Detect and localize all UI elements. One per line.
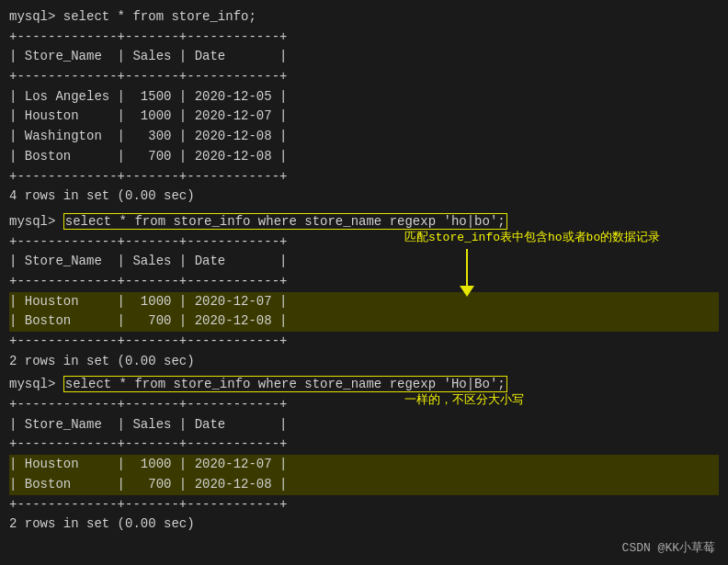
block2-annotation: 匹配store_info表中包含ho或者bo的数据记录 [404,229,660,245]
block3-row-0: | Houston | 1000 | 2020-12-07 | [9,455,719,475]
block2-sql: select * from store_info where store_nam… [63,213,507,230]
block1-prompt: mysql> select * from store_info; [9,7,719,28]
block3-prompt: mysql> [9,377,63,391]
block3-sql: select * from store_info where store_nam… [63,376,507,392]
block2-footer: 2 rows in set (0.00 sec) [9,352,719,372]
block1-row-1: | Houston | 1000 | 2020-12-07 | [9,107,719,127]
csdn-tag: CSDN @KK小草莓 [622,539,715,556]
block3-sep-top: +-------------+-------+------------+ [9,395,719,415]
terminal: mysql> select * from store_info; +------… [0,0,728,565]
block2-prompt: mysql> [9,214,63,229]
block1-row-0: | Los Angeles | 1500 | 2020-12-05 | [9,87,719,107]
block1-sep-top: +-------------+-------+------------+ [9,28,719,48]
block3-row-1: | Boston | 700 | 2020-12-08 | [9,475,719,495]
block2: mysql> select * from store_info where st… [9,212,719,372]
block1-row-3: | Boston | 700 | 2020-12-08 | [9,147,719,167]
block3: mysql> select * from store_info where st… [9,375,719,535]
block3-header: | Store_Name | Sales | Date | [9,415,719,435]
block3-sep-bot: +-------------+-------+------------+ [9,495,719,515]
block2-annotation-group: 匹配store_info表中包含ho或者bo的数据记录 [404,229,660,297]
block1: mysql> select * from store_info; +------… [9,7,719,207]
block3-footer: 2 rows in set (0.00 sec) [9,514,719,535]
block3-annotation: 一样的，不区分大小写 [404,393,524,407]
block3-annotation-group: 一样的，不区分大小写 [404,391,524,408]
arrow-head [460,286,474,297]
block1-row-2: | Washington | 300 | 2020-12-08 | [9,127,719,147]
block3-sep-mid: +-------------+-------+------------+ [9,435,719,455]
block2-sep-bot: +-------------+-------+------------+ [9,332,719,352]
arrow-group [460,249,474,297]
block1-sep-mid: +-------------+-------+------------+ [9,67,719,87]
block1-header: | Store_Name | Sales | Date | [9,47,719,67]
block2-row-1: | Boston | 700 | 2020-12-08 | [9,311,719,332]
block1-footer: 4 rows in set (0.00 sec) [9,186,719,207]
block1-sep-bot: +-------------+-------+------------+ [9,167,719,187]
block3-prompt-sql: mysql> select * from store_info where st… [9,375,719,395]
arrow-line [466,249,468,286]
